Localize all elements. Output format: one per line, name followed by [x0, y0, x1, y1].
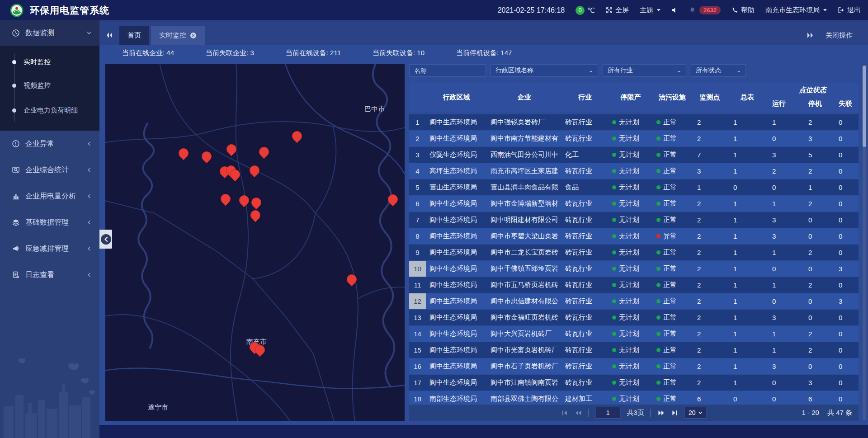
theme-dropdown[interactable]: 主题 — [640, 6, 660, 14]
sound-toggle-button[interactable] — [671, 7, 678, 14]
table-row[interactable]: 14阆中生态环境局阆中大兴页岩机砖厂砖瓦行业无计划正常21120 — [409, 326, 859, 342]
sidebar-item-stats[interactable]: 企业综合统计 — [0, 157, 99, 183]
cell-monitor-points-text: 2 — [697, 346, 701, 354]
table-row[interactable]: 12阆中生态环境局阆中市忠信建材有限公砖瓦行业无计划正常21003 — [409, 293, 859, 309]
table-row[interactable]: 5营山生态环境局营山县润丰肉食品有限食品无计划正常10010 — [409, 179, 859, 195]
table-row[interactable]: 15阆中生态环境局阆中市光富页岩机砖厂砖瓦行业无计划正常21120 — [409, 342, 859, 358]
map-pin-icon[interactable] — [344, 272, 359, 286]
sidebar-subitem[interactable]: 实时监控 — [0, 50, 99, 74]
pager-divider — [651, 409, 651, 417]
table-row[interactable]: 8阆中生态环境局阆中市枣碧大梁山页岩砖瓦行业无计划异常21300 — [409, 228, 859, 244]
map-pin-icon[interactable] — [290, 129, 304, 143]
stat-item: 当前在线设备: 211 — [286, 49, 341, 57]
cell-stopped-text: 1 — [808, 184, 812, 191]
table-row[interactable]: 1阆中生态环境局阆中强锐页岩砖厂砖瓦行业无计划正常21120 — [409, 114, 859, 130]
cell-monitor-points: 2 — [692, 342, 728, 358]
cell-facility-status-text: 正常 — [663, 395, 677, 403]
close-operations-button[interactable]: 关闭操作 — [826, 31, 853, 40]
status-dot-icon — [612, 332, 616, 336]
temperature-unit: ℃ — [587, 6, 595, 14]
map-pin-icon[interactable] — [250, 196, 264, 210]
cell-company: 阆中市江南镇阆南页岩 — [487, 375, 561, 391]
tabs-scroll-left-button[interactable] — [99, 26, 119, 45]
cell-total-meters: 1 — [728, 196, 767, 212]
industry-filter-select[interactable]: 所有行业 ⌄ — [603, 64, 686, 77]
page-size-select[interactable]: 20 — [684, 407, 707, 419]
cell-region: 阆中生态环境局 — [426, 212, 487, 228]
table-row[interactable]: 11阆中生态环境局阆中市五马桥页岩机砖砖瓦行业无计划正常21120 — [409, 277, 859, 293]
cell-facility-status: 正常 — [653, 326, 692, 342]
table-row[interactable]: 7阆中生态环境局阆中明阳建材有限公司砖瓦行业无计划正常21300 — [409, 212, 859, 228]
table-row[interactable]: 16阆中生态环境局阆中市石子页岩机砖厂砖瓦行业无计划正常21300 — [409, 358, 859, 374]
org-dropdown[interactable]: 南充市生态环境局 — [765, 6, 827, 14]
map-pin-icon[interactable] — [386, 193, 400, 207]
cell-region: 营山生态环境局 — [426, 179, 487, 195]
tab-close-icon[interactable] — [190, 32, 197, 39]
logout-button[interactable]: 退出 — [838, 6, 861, 14]
sidebar-subitem[interactable]: 视频监控 — [0, 74, 99, 97]
table-row[interactable]: 3仪陇生态环境局西南油气田分公司川中化工无计划正常71350 — [409, 147, 859, 163]
table-row[interactable]: 13阆中生态环境局阆中市金福旺页岩机砖砖瓦行业无计划正常21300 — [409, 310, 859, 325]
row-index: 18 — [409, 391, 426, 405]
name-filter-input[interactable] — [409, 64, 486, 77]
tab-realtime-monitor[interactable]: 实时监控 — [151, 26, 205, 45]
cell-monitor-points: 6 — [692, 391, 728, 405]
cell-industry-text: 砖瓦行业 — [565, 330, 592, 338]
notifications-button[interactable]: 2632 — [689, 6, 721, 14]
table-row[interactable]: 4高坪生态环境局南充市高坪区王家店建砖瓦行业无计划正常31220 — [409, 163, 859, 179]
map-pin-icon[interactable] — [248, 163, 262, 177]
cell-limit-status-text: 无计划 — [619, 297, 639, 306]
help-button[interactable]: 帮助 — [731, 6, 755, 14]
table-row[interactable]: 10阆中生态环境局阆中千佛镇五郎垭页岩砖瓦行业无计划正常21003 — [409, 261, 859, 277]
last-page-button[interactable] — [671, 410, 678, 416]
tabs-scroll-right-button[interactable] — [807, 26, 814, 45]
page-number-input[interactable] — [595, 407, 621, 419]
cell-stopped: 2 — [803, 277, 833, 293]
sidebar-item-clock[interactable]: 数据监测 — [0, 20, 99, 46]
map-pin-icon[interactable] — [237, 193, 251, 207]
first-page-button[interactable] — [561, 410, 568, 416]
sidebar-item-log[interactable]: 日志查看 — [0, 262, 99, 288]
region-filter-select[interactable]: 行政区域名称 ⌄ — [491, 64, 598, 77]
table-row[interactable]: 2阆中生态环境局阆中市南方节能建材有砖瓦行业无计划正常21030 — [409, 131, 859, 146]
sidebar-subitem[interactable]: 企业电力负荷明细 — [0, 97, 99, 123]
cell-total-meters-text: 1 — [733, 281, 737, 289]
app-title: 环保用电监管系统 — [30, 4, 109, 17]
map-pin-icon[interactable] — [248, 208, 262, 222]
map-pin-icon[interactable] — [257, 145, 271, 159]
cell-stopped-text: 2 — [808, 346, 812, 354]
table-row[interactable]: 18南部生态环境局南部县双佛土陶有限公建材加工无计划正常60060 — [409, 391, 859, 405]
status-filter-select[interactable]: 所有状态 ⌄ — [691, 64, 746, 77]
sidebar-item-megaphone[interactable]: 应急减排管理 — [0, 235, 99, 262]
sidebar-item-layers[interactable]: 基础数据管理 — [0, 209, 99, 235]
cell-total-meters-text: 1 — [733, 346, 737, 354]
fullscreen-button[interactable]: 全屏 — [606, 6, 629, 14]
sidebar-item-chart[interactable]: 企业用电量分析 — [0, 183, 99, 209]
map-pin-icon[interactable] — [225, 142, 239, 156]
tab-home[interactable]: 首页 — [119, 26, 149, 45]
cell-running-text: 1 — [772, 200, 776, 207]
map-pin-icon[interactable] — [199, 149, 213, 163]
stat-label: 当前在线设备 — [286, 49, 326, 57]
stat-item: 当前失联企业: 3 — [206, 49, 254, 57]
cell-region: 阆中生态环境局 — [426, 375, 487, 391]
map-pin-icon[interactable] — [219, 192, 233, 206]
table-row[interactable]: 9阆中生态环境局阆中市二龙长宝页岩砖砖瓦行业无计划正常21120 — [409, 245, 859, 260]
sidebar-item-alert[interactable]: 企业异常 — [0, 131, 99, 157]
prev-page-button[interactable] — [575, 410, 582, 416]
cell-total-meters-text: 1 — [733, 379, 737, 386]
table-row[interactable]: 17阆中生态环境局阆中市江南镇阆南页岩砖瓦行业无计划正常21030 — [409, 375, 859, 391]
map-pin-icon[interactable] — [176, 146, 190, 160]
cell-total-meters: 1 — [728, 131, 767, 146]
sidebar-collapse-toggle[interactable] — [99, 230, 112, 249]
scrollbar-thumb[interactable] — [863, 66, 866, 147]
tab-label: 首页 — [127, 31, 141, 40]
map-panel[interactable]: 巴中市南充市遂宁市 — [105, 64, 405, 421]
bullet-icon — [12, 60, 16, 64]
cell-running: 3 — [767, 358, 803, 374]
first-page-icon — [561, 410, 568, 416]
table-row[interactable]: 6阆中生态环境局阆中市金博瑞新型墙材砖瓦行业无计划正常21120 — [409, 196, 859, 212]
next-page-button[interactable] — [657, 410, 665, 416]
cell-region: 阆中生态环境局 — [426, 114, 487, 130]
chevron-down-icon — [657, 9, 660, 11]
